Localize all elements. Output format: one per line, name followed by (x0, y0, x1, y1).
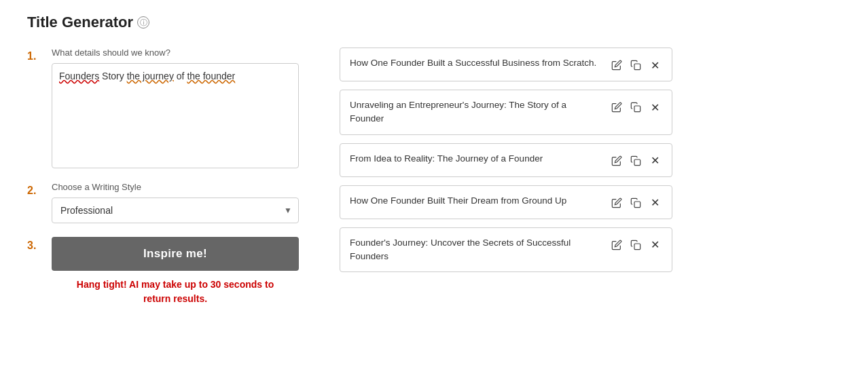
step-1-number: 1. (27, 50, 41, 62)
result-text-4: How One Founder Built Their Dream from G… (350, 194, 602, 208)
writing-style-select-wrapper: Professional Casual Formal Creative Acad… (52, 198, 299, 223)
copy-icon-4[interactable] (628, 195, 643, 210)
wait-message: Hang tight! AI may take up to 30 seconds… (52, 278, 299, 306)
remove-icon-5[interactable]: ✕ (647, 238, 662, 252)
step-1-label: What details should we know? (52, 48, 299, 58)
copy-icon-2[interactable] (628, 100, 643, 115)
edit-icon-5[interactable] (609, 238, 624, 252)
step-3-content: Inspire me! Hang tight! AI may take up t… (52, 237, 299, 306)
grammar-phrase: the journey (127, 71, 174, 81)
result-card-5: Founder's Journey: Uncover the Secrets o… (340, 227, 672, 273)
step-2-number: 2. (27, 185, 41, 197)
svg-rect-0 (634, 64, 640, 70)
step-3-row: 3. Inspire me! Hang tight! AI may take u… (27, 237, 299, 306)
result-card-4: How One Founder Built Their Dream from G… (340, 185, 672, 219)
edit-icon-2[interactable] (609, 100, 624, 115)
result-text-1: How One Founder Built a Successful Busin… (350, 56, 602, 70)
card-actions-4: ✕ (609, 195, 662, 210)
step-2-content: Choose a Writing Style Professional Casu… (52, 182, 299, 223)
result-text-2: Unraveling an Entrepreneur's Journey: Th… (350, 98, 602, 126)
right-panel: How One Founder Built a Successful Busin… (340, 48, 672, 280)
grammar-phrase2: the founder (187, 71, 235, 81)
page-header: Title Generator ⓘ (27, 14, 841, 31)
writing-style-select[interactable]: Professional Casual Formal Creative Acad… (52, 198, 299, 223)
copy-icon-5[interactable] (628, 238, 643, 252)
left-panel: 1. What details should we know? Founders… (27, 48, 299, 320)
card-actions-2: ✕ (609, 100, 662, 115)
remove-icon-3[interactable]: ✕ (647, 153, 662, 168)
svg-rect-2 (634, 159, 640, 166)
svg-rect-1 (634, 106, 640, 112)
remove-icon-2[interactable]: ✕ (647, 100, 662, 115)
svg-rect-4 (634, 244, 640, 250)
result-card-1: How One Founder Built a Successful Busin… (340, 48, 672, 81)
step-1-content: What details should we know? Founders St… (52, 48, 299, 168)
step-2-label: Choose a Writing Style (52, 182, 299, 192)
misspelled-word: Founders (59, 71, 99, 81)
step-2-row: 2. Choose a Writing Style Professional C… (27, 182, 299, 223)
card-actions-3: ✕ (609, 153, 662, 168)
svg-rect-3 (634, 202, 640, 208)
edit-icon-1[interactable] (609, 58, 624, 73)
edit-icon-3[interactable] (609, 153, 624, 168)
result-text-3: From Idea to Reality: The Journey of a F… (350, 152, 602, 166)
result-text-5: Founder's Journey: Uncover the Secrets o… (350, 236, 602, 264)
details-textarea-wrapper[interactable]: Founders Story the journey of the founde… (52, 63, 299, 168)
step-3-number: 3. (27, 240, 41, 252)
page-title: Title Generator (27, 14, 133, 31)
main-layout: 1. What details should we know? Founders… (27, 48, 841, 320)
remove-icon-4[interactable]: ✕ (647, 195, 662, 210)
result-card-3: From Idea to Reality: The Journey of a F… (340, 143, 672, 177)
step-1-row: 1. What details should we know? Founders… (27, 48, 299, 168)
card-actions-1: ✕ (609, 58, 662, 73)
card-actions-5: ✕ (609, 238, 662, 252)
remove-icon-1[interactable]: ✕ (647, 58, 662, 73)
copy-icon-1[interactable] (628, 58, 643, 73)
result-card-2: Unraveling an Entrepreneur's Journey: Th… (340, 90, 672, 135)
textarea-text-part1: Story (99, 71, 126, 81)
textarea-text-part2: of (174, 71, 187, 81)
edit-icon-4[interactable] (609, 195, 624, 210)
copy-icon-3[interactable] (628, 153, 643, 168)
info-icon[interactable]: ⓘ (137, 16, 149, 29)
inspire-button[interactable]: Inspire me! (52, 237, 299, 271)
